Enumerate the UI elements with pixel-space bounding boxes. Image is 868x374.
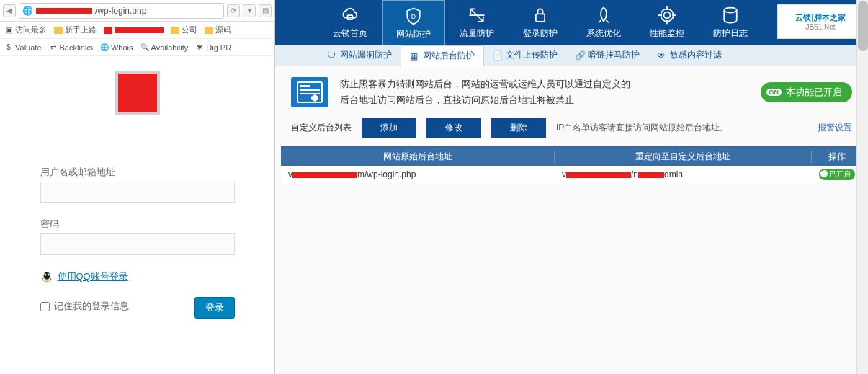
link-icon: 🔗 xyxy=(575,50,585,61)
tool-digpr[interactable]: ✱Dig PR xyxy=(195,43,231,52)
redacted-text xyxy=(292,172,357,178)
bookmark-company[interactable]: 公司 xyxy=(171,25,197,35)
tool-valuate[interactable]: $Valuate xyxy=(4,43,42,52)
redacted-text xyxy=(566,172,631,178)
col-redirect: 重定向至自定义后台地址 xyxy=(555,151,812,163)
traffic-icon xyxy=(467,5,487,25)
feature-status-badge[interactable]: ON 本功能已开启 xyxy=(761,82,853,102)
feature-icon xyxy=(291,77,328,107)
password-field[interactable] xyxy=(40,233,235,255)
tool-whois[interactable]: 🌐Whois xyxy=(100,43,133,52)
site-logo xyxy=(115,71,160,115)
svg-rect-11 xyxy=(300,85,310,87)
add-button[interactable]: 添加 xyxy=(362,118,416,138)
login-button[interactable]: 登录 xyxy=(194,297,235,319)
list-label: 自定义后台列表 xyxy=(291,122,352,134)
nav-home[interactable]: 云锁首页 xyxy=(318,0,382,45)
remember-checkbox[interactable] xyxy=(40,302,50,311)
tab-backend[interactable]: ▦网站后台防护 xyxy=(401,45,484,67)
search-icon: 🔍 xyxy=(140,43,149,52)
back-button[interactable]: ◀ xyxy=(3,4,16,17)
network-icon: ✱ xyxy=(195,43,204,52)
tool-availability[interactable]: 🔍Availability xyxy=(140,43,189,52)
username-field[interactable] xyxy=(40,182,235,203)
svg-text:D: D xyxy=(411,13,416,20)
col-action: 操作 xyxy=(812,151,862,163)
tab-sensitive[interactable]: 👁敏感内容过滤 xyxy=(648,45,730,66)
alarm-settings-link[interactable]: 报警设置 xyxy=(818,122,852,134)
svg-point-3 xyxy=(47,274,49,276)
password-label: 密码 xyxy=(40,218,235,231)
dropdown-button[interactable]: ▾ xyxy=(243,4,256,17)
svg-point-2 xyxy=(44,274,46,276)
svg-point-9 xyxy=(724,8,737,13)
svg-rect-12 xyxy=(300,89,320,91)
qq-login-link[interactable]: 使用QQ账号登录 xyxy=(58,270,128,283)
svg-point-8 xyxy=(664,12,671,19)
svg-rect-6 xyxy=(536,14,545,22)
backend-icon: ▦ xyxy=(410,51,420,61)
tab-upload[interactable]: 📄文件上传防护 xyxy=(484,45,566,66)
svg-point-1 xyxy=(44,280,50,282)
col-original: 网站原始后台地址 xyxy=(281,151,555,163)
arrows-icon: ⇄ xyxy=(49,43,58,52)
nav-log[interactable]: 防护日志 xyxy=(699,0,762,45)
bookmark-redacted[interactable] xyxy=(104,27,164,34)
menu-button[interactable]: ▤ xyxy=(259,4,272,17)
reload-button[interactable]: ⟳ xyxy=(227,4,240,17)
cloud-lock-icon xyxy=(340,5,360,25)
scrollbar[interactable] xyxy=(856,0,868,374)
globe-icon: 🌐 xyxy=(22,6,33,16)
tab-vuln[interactable]: 🛡网站漏洞防护 xyxy=(318,45,401,66)
remember-label[interactable]: 记住我的登录信息 xyxy=(40,300,129,313)
svg-point-0 xyxy=(43,272,50,280)
nav-login[interactable]: 登录防护 xyxy=(509,0,572,45)
globe-icon: 🌐 xyxy=(100,43,109,52)
whitelist-note: IP白名单访客请直接访问网站原始后台地址。 xyxy=(556,122,728,134)
folder-icon xyxy=(171,27,179,34)
tab-darklink[interactable]: 🔗暗链挂马防护 xyxy=(566,45,648,66)
dollar-icon: $ xyxy=(4,43,13,52)
svg-rect-13 xyxy=(300,93,320,94)
folder-icon xyxy=(205,27,213,34)
bookmark-newbie[interactable]: 新手上路 xyxy=(54,25,97,35)
rocket-icon xyxy=(594,5,614,25)
top-nav: 云锁首页 D 网站防护 流量防护 登录防护 系统优化 性能监控 防护日志 云锁|… xyxy=(275,0,868,45)
lock-icon xyxy=(530,5,550,25)
folder-icon xyxy=(54,27,63,34)
redacted-domain xyxy=(36,8,92,14)
nav-perf[interactable]: 性能监控 xyxy=(635,0,699,45)
shield-icon: D xyxy=(403,6,424,26)
upload-icon: 📄 xyxy=(493,50,503,61)
url-path: /wp-login.php xyxy=(95,6,146,16)
brand-box: 云锁|脚本之家 JB51.Net xyxy=(777,4,864,39)
feature-description: 防止黑客暴力猜测网站后台，网站的运营或运维人员可以通过自定义的 后台地址访问网站… xyxy=(340,76,749,108)
username-label: 用户名或邮箱地址 xyxy=(40,166,235,179)
edit-button[interactable]: 修改 xyxy=(426,118,481,138)
row-toggle[interactable]: 已开启 xyxy=(819,169,855,180)
redacted-text xyxy=(638,172,664,178)
tool-backlinks[interactable]: ⇄Backlinks xyxy=(49,43,93,52)
vuln-icon: 🛡 xyxy=(327,50,337,61)
table-row[interactable]: vm/wp-login.php v/ndmin 已开启 xyxy=(281,166,862,183)
bookmark-source[interactable]: 源码 xyxy=(205,25,231,35)
svg-point-7 xyxy=(661,9,674,22)
folder-icon xyxy=(104,27,112,34)
disk-icon xyxy=(720,5,741,25)
nav-site[interactable]: D 网站防护 xyxy=(382,0,445,45)
bookmark-most-visited[interactable]: ▣访问最多 xyxy=(4,25,47,35)
filter-icon: 👁 xyxy=(657,50,667,61)
url-bar[interactable]: 🌐 /wp-login.php xyxy=(19,3,224,19)
target-icon xyxy=(657,5,677,25)
backend-table: 网站原始后台地址 重定向至自定义后台地址 操作 vm/wp-login.php … xyxy=(281,146,862,183)
nav-system[interactable]: 系统优化 xyxy=(572,0,635,45)
qq-icon xyxy=(40,270,53,284)
delete-button[interactable]: 删除 xyxy=(491,118,546,138)
nav-traffic[interactable]: 流量防护 xyxy=(445,0,509,45)
